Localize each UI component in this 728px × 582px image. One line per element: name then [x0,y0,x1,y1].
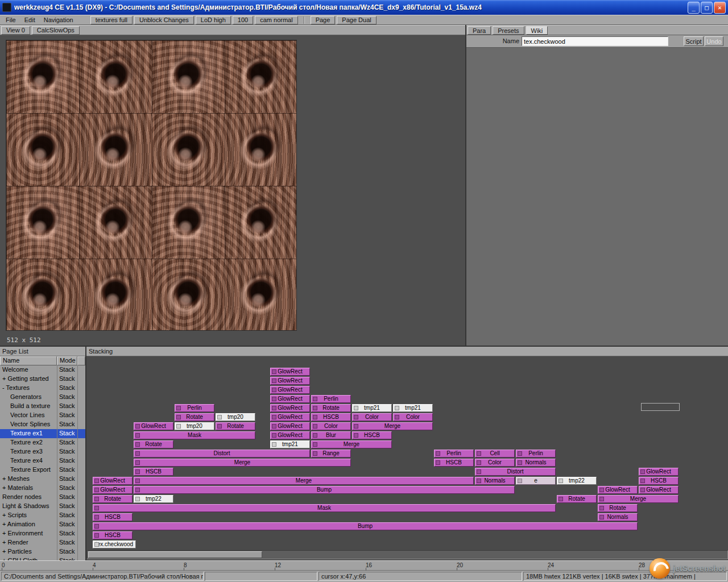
stack-op-glowrect[interactable]: GlowRect [93,486,133,494]
menu-edit[interactable]: Edit [21,16,39,23]
script-button[interactable]: Script [684,36,704,46]
page-dual-button[interactable]: Page Dual [337,16,376,24]
stack-op-merge[interactable]: Merge [134,459,351,467]
stack-op-color[interactable]: Color [352,413,392,421]
stack-op-glowrect[interactable]: GlowRect [639,486,679,494]
menu-navigation[interactable]: Navigation [40,16,77,23]
op-bypass-box[interactable] [477,479,481,483]
op-bypass-box[interactable] [354,406,358,410]
op-bypass-box[interactable] [94,488,99,492]
page-list-row[interactable]: + Getting startedStack [0,375,85,384]
stack-op-normals[interactable]: Normals [475,477,515,485]
stack-op-glowrect[interactable]: GlowRect [270,377,310,385]
page-list-row[interactable]: Texture ExportStack [0,465,85,475]
op-bypass-box[interactable] [518,451,522,456]
op-bypass-box[interactable] [477,469,481,474]
column-header-mode[interactable]: Mode [57,356,77,365]
op-bypass-box[interactable] [217,424,222,429]
stack-op-perlin[interactable]: Perlin [311,395,351,403]
page-list-row[interactable]: Texture ex1Stack [0,429,85,438]
stack-op-rotate[interactable]: Rotate [175,413,214,421]
op-bypass-box[interactable] [94,542,99,547]
stack-op-hscb[interactable]: HSCB [639,477,679,485]
stack-op-hscb[interactable]: HSCB [134,468,173,476]
op-bypass-box[interactable] [135,442,140,447]
minimize-button[interactable]: _ [688,2,700,14]
stack-op-tmp21[interactable]: tmp21 [393,404,433,412]
stack-op-mask[interactable]: Mask [93,504,556,512]
stack-op-rotate[interactable]: Rotate [93,495,133,503]
stack-op-bump[interactable]: Bump [134,486,515,494]
stack-op-hscb[interactable]: HSCB [352,431,392,439]
op-bypass-box[interactable] [94,524,99,529]
op-bypass-box[interactable] [176,415,181,419]
op-bypass-box[interactable] [94,497,99,501]
op-bypass-box[interactable] [313,442,317,447]
op-bypass-box[interactable] [640,469,645,474]
op-bypass-box[interactable] [640,479,645,483]
stack-op-rotate[interactable]: Rotate [134,440,173,448]
op-bypass-box[interactable] [135,488,140,492]
textures-full-button[interactable]: textures full [90,16,133,24]
page-list-row[interactable]: + ParticlesStack [0,547,85,556]
op-bypass-box[interactable] [135,497,140,501]
op-bypass-box[interactable] [272,424,276,429]
stack-op-merge[interactable]: Merge [352,422,433,430]
op-bypass-box[interactable] [354,415,358,419]
stack-op-merge[interactable]: Merge [311,440,392,448]
op-bypass-box[interactable] [354,424,358,429]
op-bypass-box[interactable] [176,406,181,410]
stack-op-distort[interactable]: Distort [475,468,556,476]
stack-op-glowrect[interactable]: GlowRect [598,486,638,494]
stack-op-hscb[interactable]: HSCB [93,513,133,521]
stack-op-placeholder[interactable] [641,403,680,411]
stack-op-glowrect[interactable]: GlowRect [270,368,310,376]
op-bypass-box[interactable] [272,379,276,383]
stack-op-normals[interactable]: Normals [598,513,638,521]
stack-op-color[interactable]: Color [311,422,351,430]
stack-op-mask[interactable]: Mask [134,431,255,439]
op-bypass-box[interactable] [518,479,522,483]
stack-op-rotate[interactable]: Rotate [598,504,638,512]
page-list-row[interactable]: Texture ex2Stack [0,438,85,447]
op-bypass-box[interactable] [395,415,399,419]
stack-op-hscb[interactable]: HSCB [93,531,133,539]
stack-op-glowrect[interactable]: GlowRect [270,422,310,430]
op-bypass-box[interactable] [599,506,604,510]
op-bypass-box[interactable] [135,451,140,456]
stack-op-distort[interactable]: Distort [134,450,310,458]
page-list-row[interactable]: Vector SplinesStack [0,420,85,429]
stack-op-glowrect[interactable]: GlowRect [270,404,310,412]
op-bypass-box[interactable] [395,406,399,410]
stack-op-glowrect[interactable]: GlowRect [639,468,679,476]
op-bypass-box[interactable] [313,451,317,456]
op-bypass-box[interactable] [272,442,276,447]
unblock-changes-button[interactable]: Unblock Changes [134,16,194,24]
op-bypass-box[interactable] [272,369,276,374]
stack-op-color[interactable]: Color [475,459,515,467]
stack-op-rotate[interactable]: Rotate [216,422,255,430]
stack-op-glowrect[interactable]: GlowRect [134,422,173,430]
op-bypass-box[interactable] [599,515,604,519]
stack-op-color[interactable]: Color [393,413,433,421]
stack-op-tmp20[interactable]: tmp20 [175,422,214,430]
op-bypass-box[interactable] [477,451,481,456]
stack-op-merge[interactable]: Merge [134,477,474,485]
close-button[interactable]: ✕ [714,2,726,14]
op-bypass-box[interactable] [94,515,99,519]
page-list-row[interactable]: Render nodesStack [0,493,85,502]
page-list-row[interactable]: + MeshesStack [0,475,85,484]
op-bypass-box[interactable] [135,433,140,438]
stacking-canvas[interactable]: GlowRectGlowRectGlowRectGlowRectPerlinPe… [86,356,728,550]
op-bypass-box[interactable] [135,424,140,429]
stack-op-blur[interactable]: Blur [311,431,351,439]
view-0-button[interactable]: View 0 [1,26,30,35]
op-bypass-box[interactable] [477,460,481,465]
op-bypass-box[interactable] [272,388,276,392]
page-list-row[interactable]: Texture ex4Stack [0,456,85,465]
texture-preview[interactable] [6,40,297,331]
stack-op-glowrect[interactable]: GlowRect [270,386,310,394]
page-list-row[interactable]: Light & ShadowsStack [0,502,85,511]
op-bypass-box[interactable] [313,397,317,401]
tab-wiki[interactable]: Wiki [526,26,548,35]
